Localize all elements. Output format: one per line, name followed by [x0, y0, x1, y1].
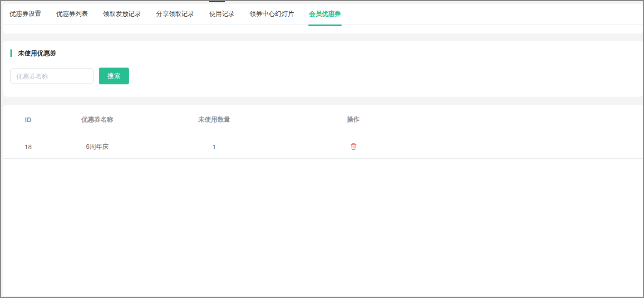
- cell-actions: [280, 142, 427, 151]
- table-row: 18 6周年庆 1: [3, 135, 643, 159]
- trash-icon: [350, 143, 357, 150]
- header-id: ID: [10, 116, 46, 123]
- tab-label: 领取发放记录: [103, 10, 141, 18]
- tab-coupon-list[interactable]: 优惠券列表: [56, 4, 88, 25]
- tab-label: 优惠券设置: [10, 10, 41, 18]
- cell-count: 1: [148, 143, 280, 151]
- tab-bar-card: 优惠券设置 优惠券列表 领取发放记录 分享领取记录 使用记录 领券中心幻灯片 会…: [3, 4, 643, 34]
- section-title: 未使用优惠券: [10, 49, 56, 57]
- tab-label: 领券中心幻灯片: [250, 10, 294, 18]
- cell-id: 18: [10, 143, 46, 151]
- header-count: 未使用数量: [148, 116, 280, 124]
- tab-label: 分享领取记录: [156, 10, 194, 18]
- tab-label: 使用记录: [209, 10, 235, 18]
- top-red-fragment: [209, 1, 225, 2]
- tab-label: 会员优惠券: [309, 10, 341, 18]
- coupon-tabs: 优惠券设置 优惠券列表 领取发放记录 分享领取记录 使用记录 领券中心幻灯片 会…: [3, 4, 643, 25]
- search-button[interactable]: 搜索: [99, 68, 129, 84]
- tab-member-coupons[interactable]: 会员优惠券: [309, 4, 341, 25]
- table-header-row: ID 优惠券名称 未使用数量 操作: [10, 105, 427, 135]
- tab-coupon-settings[interactable]: 优惠券设置: [10, 4, 41, 25]
- search-section-card: 未使用优惠券 搜索: [3, 41, 643, 97]
- tab-usage-records[interactable]: 使用记录: [209, 4, 235, 25]
- tab-share-claim-records[interactable]: 分享领取记录: [156, 4, 194, 25]
- tab-claim-records[interactable]: 领取发放记录: [103, 4, 141, 25]
- header-name: 优惠券名称: [46, 116, 148, 124]
- active-tab-underline: [308, 24, 342, 26]
- app-window: 优惠券设置 优惠券列表 领取发放记录 分享领取记录 使用记录 领券中心幻灯片 会…: [0, 0, 644, 298]
- delete-button[interactable]: [349, 142, 358, 151]
- table-section-card: ID 优惠券名称 未使用数量 操作 18 6周年庆 1: [3, 105, 643, 296]
- tab-coupon-center-slides[interactable]: 领券中心幻灯片: [250, 4, 294, 25]
- header-actions: 操作: [280, 116, 427, 124]
- tab-label: 优惠券列表: [56, 10, 88, 18]
- cell-name: 6周年庆: [46, 143, 148, 151]
- coupon-name-input[interactable]: [10, 68, 93, 83]
